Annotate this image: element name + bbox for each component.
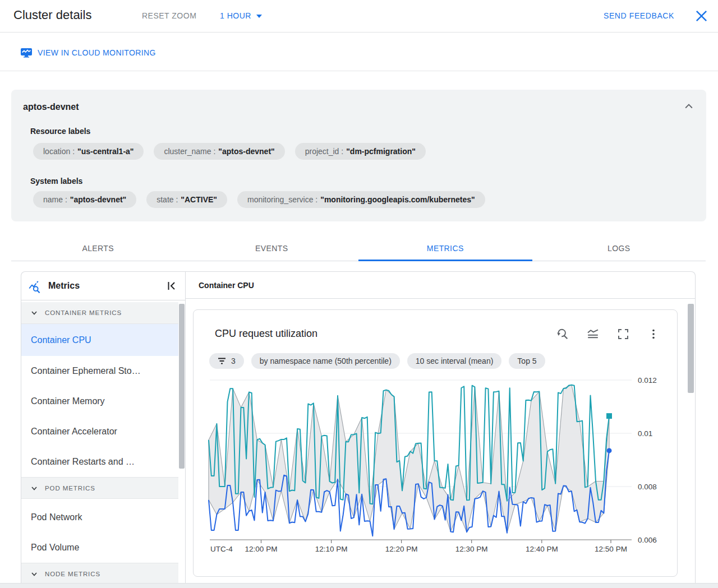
system-labels-heading: System labels — [30, 177, 82, 186]
time-range-label: 1 HOUR — [220, 11, 251, 20]
label-value: "aptos-devnet" — [218, 147, 274, 156]
zoom-out-icon[interactable] — [556, 327, 569, 341]
chip-label: 3 — [231, 356, 236, 365]
label-key: state : — [157, 195, 178, 204]
monitoring-link-row: VIEW IN CLOUD MONITORING — [0, 33, 718, 71]
resource-labels-row: location :"us-central1-a"cluster_name :"… — [33, 143, 436, 160]
label-value: "us-central1-a" — [77, 147, 134, 156]
tab-events[interactable]: EVENTS — [185, 235, 359, 261]
resource-labels-heading: Resource labels — [30, 127, 90, 136]
sidebar-metric-list: CONTAINER METRICSContainer CPUContainer … — [21, 302, 178, 583]
close-icon[interactable] — [695, 10, 708, 22]
label-chip: location :"us-central1-a" — [33, 143, 144, 160]
view-in-cloud-monitoring-link[interactable]: VIEW IN CLOUD MONITORING — [20, 48, 156, 58]
metrics-sidebar: Metrics CONTAINER METRICSContainer CPUCo… — [21, 272, 186, 583]
section-label: CONTAINER METRICS — [45, 309, 122, 316]
caret-down-icon — [256, 15, 262, 18]
y-tick-label: 0.006 — [638, 536, 657, 544]
x-tick-label: 12:00 PM — [245, 545, 278, 553]
label-chip: project_id :"dm-pcfmigration" — [295, 143, 426, 160]
x-tick-label: 12:10 PM — [315, 545, 348, 553]
section-header-node-metrics[interactable]: NODE METRICS — [21, 563, 178, 583]
collapse-panel-icon[interactable] — [167, 281, 176, 290]
tab-logs[interactable]: LOGS — [532, 235, 706, 261]
section-label: POD METRICS — [45, 485, 95, 492]
chart-toolbar — [539, 327, 660, 341]
x-tick-label: 12:40 PM — [526, 545, 558, 553]
chevron-up-icon[interactable] — [683, 101, 694, 112]
sidebar-item-container-ephemeral-sto[interactable]: Container Ephemeral Sto… — [21, 356, 178, 386]
label-value: "ACTIVE" — [181, 195, 217, 204]
monitoring-link-label: VIEW IN CLOUD MONITORING — [38, 48, 156, 57]
chip-label: by namespace name (50th percentile) — [260, 356, 392, 365]
sidebar-title: Metrics — [48, 281, 80, 291]
x-tick-label: 12:50 PM — [595, 545, 627, 553]
metrics-main-area: Container CPU CPU request utilization 3b… — [186, 272, 695, 583]
dialog-header: Cluster details RESET ZOOM 1 HOUR SEND F… — [0, 0, 718, 33]
page-background-strip — [0, 583, 718, 588]
label-value: "monitoring.googleapis.com/kubernetes" — [320, 195, 475, 204]
cluster-name-title: aptos-devnet — [23, 102, 79, 112]
system-labels-row: name :"aptos-devnet"state :"ACTIVE"monit… — [33, 191, 495, 208]
chevron-down-icon — [31, 571, 38, 577]
label-chip: name :"aptos-devnet" — [33, 191, 136, 208]
page-title: Cluster details — [13, 8, 91, 22]
label-chip: state :"ACTIVE" — [146, 191, 227, 208]
label-key: cluster_name : — [164, 147, 215, 156]
tab-metrics[interactable]: METRICS — [358, 235, 532, 261]
y-tick-label: 0.008 — [638, 483, 657, 491]
section-header-pod-metrics[interactable]: POD METRICS — [21, 477, 178, 499]
y-tick-label: 0.01 — [638, 429, 652, 438]
more-vert-icon[interactable] — [647, 327, 660, 341]
series-end-marker-square — [606, 413, 612, 419]
series-end-marker-circle — [607, 448, 612, 453]
fullscreen-icon — [616, 327, 630, 341]
label-key: monitoring_service : — [247, 195, 317, 204]
section-header-container-metrics[interactable]: CONTAINER METRICS — [21, 302, 178, 324]
sidebar-item-container-restarts-and[interactable]: Container Restarts and … — [21, 447, 178, 477]
sidebar-scrollbar[interactable] — [179, 304, 185, 469]
sidebar-item-container-memory[interactable]: Container Memory — [21, 386, 178, 416]
x-axis-timezone-label: UTC-4 — [210, 545, 233, 553]
label-value: "dm-pcfmigration" — [346, 147, 416, 156]
metrics-chart-icon — [29, 281, 41, 293]
sidebar-item-pod-network[interactable]: Pod Network — [21, 502, 178, 533]
tab-bar: ALERTSEVENTSMETRICSLOGS — [11, 235, 706, 261]
sidebar-header: Metrics — [21, 272, 185, 300]
x-tick-label: 12:30 PM — [455, 545, 488, 553]
chart-card: CPU request utilization 3by namespace na… — [193, 309, 678, 577]
chevron-down-icon — [31, 309, 38, 316]
resource-summary-card: aptos-devnet Resource labels location :"… — [11, 90, 706, 221]
sidebar-item-container-accelerator[interactable]: Container Accelerator — [21, 416, 178, 447]
label-chip: monitoring_service :"monitoring.googleap… — [237, 191, 485, 208]
fullscreen-icon[interactable] — [616, 327, 630, 341]
cluster-details-dialog: Cluster details RESET ZOOM 1 HOUR SEND F… — [0, 0, 718, 583]
selected-metric-title: Container CPU — [199, 281, 254, 290]
cpu-utilization-chart[interactable]: 12:00 PM12:10 PM12:20 PM12:30 PM12:40 PM… — [194, 366, 677, 557]
main-scrollbar[interactable] — [688, 304, 694, 393]
chevron-down-icon — [31, 485, 38, 492]
label-key: location : — [43, 147, 75, 156]
chip-label: 10 sec interval (mean) — [416, 356, 494, 365]
metrics-explorer-panel: Metrics CONTAINER METRICSContainer CPUCo… — [21, 271, 696, 583]
main-panel-header: Container CPU — [186, 272, 695, 299]
send-feedback-button[interactable]: SEND FEEDBACK — [604, 11, 674, 20]
zoom-out-icon — [556, 327, 569, 341]
sidebar-item-container-cpu[interactable]: Container CPU — [21, 324, 178, 356]
sidebar-item-pod-volume[interactable]: Pod Volume — [21, 533, 178, 563]
label-value: "aptos-devnet" — [70, 195, 126, 204]
section-label: NODE METRICS — [45, 571, 100, 577]
chart-title: CPU request utilization — [215, 328, 317, 340]
label-chip: cluster_name :"aptos-devnet" — [154, 143, 284, 160]
time-range-dropdown[interactable]: 1 HOUR — [220, 11, 262, 20]
area-chart-icon[interactable] — [586, 327, 600, 341]
label-key: project_id : — [305, 147, 343, 156]
minmax-band — [209, 385, 609, 533]
cloud-monitoring-icon — [20, 48, 33, 58]
label-key: name : — [43, 195, 67, 204]
reset-zoom-button[interactable]: RESET ZOOM — [142, 11, 196, 20]
y-tick-label: 0.012 — [638, 376, 657, 385]
tab-alerts[interactable]: ALERTS — [11, 235, 185, 261]
x-tick-label: 12:20 PM — [385, 545, 418, 553]
filter-list-icon — [218, 358, 226, 364]
